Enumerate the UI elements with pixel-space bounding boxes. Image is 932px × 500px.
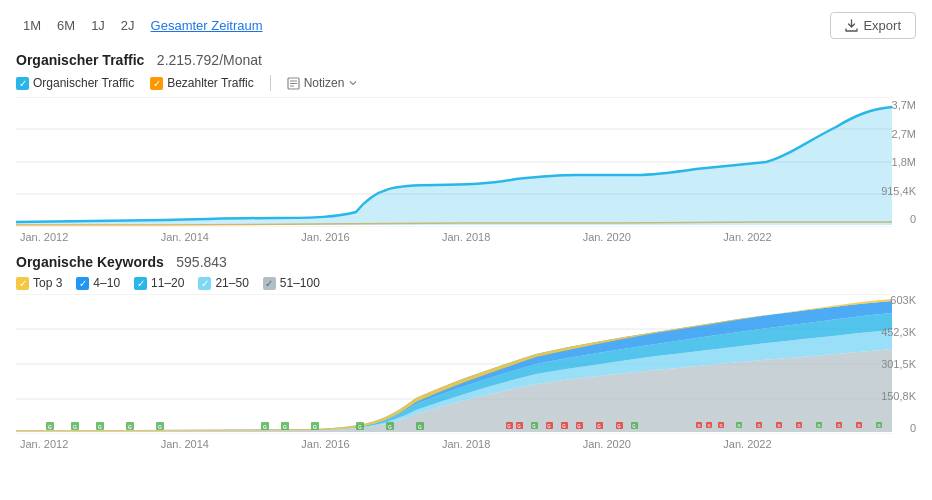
svg-text:G: G — [837, 423, 840, 428]
organic-check-icon: ✓ — [16, 77, 29, 90]
svg-text:G: G — [388, 424, 392, 430]
svg-text:G: G — [562, 424, 566, 429]
legend-11-20[interactable]: ✓ 11–20 — [134, 276, 184, 290]
time-btn-2j[interactable]: 2J — [114, 15, 142, 36]
legend-top3[interactable]: ✓ Top 3 — [16, 276, 62, 290]
svg-text:G: G — [707, 423, 710, 428]
svg-text:G: G — [418, 424, 422, 430]
svg-text:G: G — [777, 423, 780, 428]
traffic-x-labels: Jan. 2012 Jan. 2014 Jan. 2016 Jan. 2018 … — [16, 229, 916, 243]
svg-text:G: G — [517, 424, 521, 429]
traffic-value: 2.215.792/Monat — [157, 52, 262, 68]
notes-icon — [287, 77, 300, 90]
legend-4-10[interactable]: ✓ 4–10 — [76, 276, 120, 290]
keywords-legend: ✓ Top 3 ✓ 4–10 ✓ 11–20 ✓ 21–50 ✓ 51–100 — [16, 276, 916, 290]
time-btn-6m[interactable]: 6M — [50, 15, 82, 36]
time-btn-gesamter[interactable]: Gesamter Zeitraum — [144, 15, 270, 36]
keywords-chart: G G G G G G G G G — [16, 294, 892, 434]
svg-text:G: G — [797, 423, 800, 428]
svg-text:G: G — [532, 424, 536, 429]
legend-51-100[interactable]: ✓ 51–100 — [263, 276, 320, 290]
svg-text:G: G — [73, 424, 77, 430]
svg-text:G: G — [632, 424, 636, 429]
svg-text:G: G — [313, 424, 317, 430]
svg-text:G: G — [128, 424, 132, 430]
notes-button[interactable]: Notizen — [287, 76, 359, 90]
time-range-bar: 1M 6M 1J 2J Gesamter Zeitraum Export — [16, 12, 916, 39]
svg-text:G: G — [98, 424, 102, 430]
svg-text:G: G — [48, 424, 52, 430]
r21-50-check-icon: ✓ — [198, 277, 211, 290]
keywords-y-labels: 603K 452,3K 301,5K 150,8K 0 — [866, 294, 916, 434]
traffic-chart — [16, 97, 892, 227]
svg-text:G: G — [263, 424, 267, 430]
legend-organic[interactable]: ✓ Organischer Traffic — [16, 76, 134, 90]
svg-text:G: G — [507, 424, 511, 429]
export-icon — [845, 19, 858, 32]
svg-text:G: G — [577, 424, 581, 429]
svg-text:G: G — [817, 423, 820, 428]
chevron-down-icon — [348, 78, 358, 88]
svg-text:G: G — [757, 423, 760, 428]
traffic-y-labels: 3,7M 2,7M 1,8M 915,4K 0 — [866, 97, 916, 227]
svg-text:G: G — [358, 424, 362, 430]
r51-100-check-icon: ✓ — [263, 277, 276, 290]
time-btn-1m[interactable]: 1M — [16, 15, 48, 36]
paid-check-icon: ✓ — [150, 77, 163, 90]
svg-text:G: G — [697, 423, 700, 428]
keywords-x-labels: Jan. 2012 Jan. 2014 Jan. 2016 Jan. 2018 … — [16, 436, 916, 450]
traffic-legend: ✓ Organischer Traffic ✓ Bezahlter Traffi… — [16, 75, 916, 91]
r4-10-check-icon: ✓ — [76, 277, 89, 290]
svg-text:G: G — [857, 423, 860, 428]
traffic-chart-wrapper: 3,7M 2,7M 1,8M 915,4K 0 — [16, 97, 916, 227]
keywords-title: Organische Keywords — [16, 254, 164, 270]
legend-divider — [270, 75, 271, 91]
keywords-section: Organische Keywords 595.843 ✓ Top 3 ✓ 4–… — [16, 253, 916, 450]
svg-text:G: G — [158, 424, 162, 430]
svg-text:G: G — [719, 423, 722, 428]
svg-text:G: G — [547, 424, 551, 429]
keywords-chart-wrapper: G G G G G G G G G — [16, 294, 916, 434]
traffic-section: Organischer Traffic 2.215.792/Monat ✓ Or… — [16, 51, 916, 243]
svg-text:G: G — [283, 424, 287, 430]
svg-text:G: G — [737, 423, 740, 428]
svg-text:G: G — [617, 424, 621, 429]
time-btn-1j[interactable]: 1J — [84, 15, 112, 36]
keywords-value: 595.843 — [176, 254, 227, 270]
top3-check-icon: ✓ — [16, 277, 29, 290]
legend-paid[interactable]: ✓ Bezahlter Traffic — [150, 76, 253, 90]
legend-21-50[interactable]: ✓ 21–50 — [198, 276, 248, 290]
r11-20-check-icon: ✓ — [134, 277, 147, 290]
export-button[interactable]: Export — [830, 12, 916, 39]
time-range-buttons: 1M 6M 1J 2J Gesamter Zeitraum — [16, 15, 270, 36]
traffic-title: Organischer Traffic — [16, 52, 144, 68]
svg-text:G: G — [597, 424, 601, 429]
